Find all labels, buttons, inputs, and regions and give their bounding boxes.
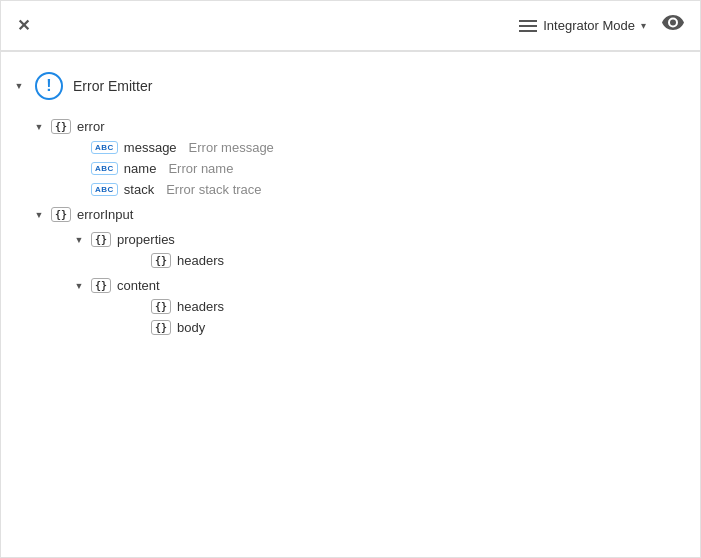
content-body-badge: {} <box>151 320 171 335</box>
errorinput-obj-badge: {} <box>51 207 71 222</box>
prop-headers-badge: {} <box>151 253 171 268</box>
properties-label: properties <box>117 232 175 247</box>
name-value: Error name <box>168 161 233 176</box>
integrator-mode-label: Integrator Mode <box>543 18 635 33</box>
error-label: error <box>77 119 104 134</box>
content-body-row[interactable]: {} body <box>129 317 692 338</box>
properties-obj-badge: {} <box>91 232 111 247</box>
integrator-mode-button[interactable]: Integrator Mode ▾ <box>519 18 646 33</box>
hamburger-icon <box>519 20 537 32</box>
message-abc-badge: ABC <box>91 141 118 154</box>
message-value: Error message <box>189 140 274 155</box>
content-headers-row[interactable]: {} headers <box>129 296 692 317</box>
content-node: {} content {} headers {} body <box>69 275 692 338</box>
content-body-label: body <box>177 320 205 335</box>
errorinput-node: {} errorInput {} properties {} headers {… <box>29 204 692 338</box>
content-node-row[interactable]: {} content <box>69 275 692 296</box>
error-toggle[interactable] <box>33 121 45 133</box>
emitter-icon: ! <box>35 72 63 100</box>
content-label: content <box>117 278 160 293</box>
emitter-toggle[interactable] <box>13 80 25 92</box>
header-bar: ✕ Integrator Mode ▾ <box>1 1 700 51</box>
content-obj-badge: {} <box>91 278 111 293</box>
content-headers-badge: {} <box>151 299 171 314</box>
message-label: message <box>124 140 177 155</box>
properties-node-row[interactable]: {} properties <box>69 229 692 250</box>
errorinput-node-row[interactable]: {} errorInput <box>29 204 692 225</box>
stack-label: stack <box>124 182 154 197</box>
chevron-down-icon: ▾ <box>641 20 646 31</box>
header-left: ✕ <box>17 16 30 35</box>
header-right: Integrator Mode ▾ <box>519 15 684 36</box>
content-toggle[interactable] <box>73 280 85 292</box>
error-name-row[interactable]: ABC name Error name <box>69 158 692 179</box>
properties-toggle[interactable] <box>73 234 85 246</box>
stack-abc-badge: ABC <box>91 183 118 196</box>
error-emitter-row[interactable]: ! Error Emitter <box>9 64 692 112</box>
prop-headers-label: headers <box>177 253 224 268</box>
name-label: name <box>124 161 157 176</box>
stack-value: Error stack trace <box>166 182 261 197</box>
eye-icon[interactable] <box>662 15 684 36</box>
content-headers-label: headers <box>177 299 224 314</box>
errorinput-label: errorInput <box>77 207 133 222</box>
content-area: ! Error Emitter {} error ABC message Err… <box>1 52 700 354</box>
close-button[interactable]: ✕ <box>17 16 30 35</box>
errorinput-toggle[interactable] <box>33 209 45 221</box>
error-node-row[interactable]: {} error <box>29 116 692 137</box>
properties-node: {} properties {} headers <box>69 229 692 271</box>
error-node: {} error ABC message Error message ABC n… <box>29 116 692 200</box>
error-obj-badge: {} <box>51 119 71 134</box>
properties-headers-row[interactable]: {} headers <box>129 250 692 271</box>
error-message-row[interactable]: ABC message Error message <box>69 137 692 158</box>
name-abc-badge: ABC <box>91 162 118 175</box>
emitter-label: Error Emitter <box>73 78 152 94</box>
error-stack-row[interactable]: ABC stack Error stack trace <box>69 179 692 200</box>
